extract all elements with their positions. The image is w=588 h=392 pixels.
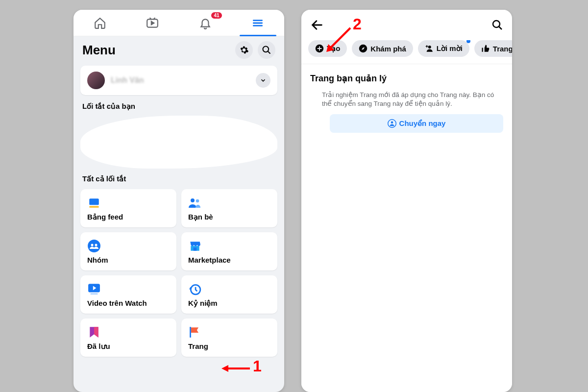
menu-tile-grid: Bảng feed Bạn bè Nhóm Marketplace Video …: [74, 186, 284, 360]
tile-label: Video trên Watch: [87, 299, 170, 307]
chevron-down-icon: [260, 77, 267, 84]
avatar: [87, 72, 105, 89]
watch-icon: [87, 282, 101, 296]
switch-icon: [388, 119, 396, 128]
annotation-2: 2: [353, 15, 362, 33]
thumb-up-icon: [481, 44, 490, 53]
tile-label: Đã lưu: [87, 342, 170, 351]
tab-watch[interactable]: [126, 10, 179, 36]
phone-screen-menu: 41 Menu Linh Vân Lối tắt của bạn Tất cả …: [74, 10, 284, 392]
feed-icon: [87, 196, 101, 210]
search-icon: [491, 19, 503, 31]
annotation-1: 1: [253, 357, 262, 375]
profile-expand[interactable]: [256, 73, 270, 88]
svg-rect-10: [194, 247, 197, 251]
chip-label: Khám phá: [370, 45, 406, 53]
chip-label: Trang đã t: [493, 45, 512, 53]
chip-discover[interactable]: Khám phá: [352, 40, 413, 57]
tile-label: Bạn bè: [188, 213, 270, 221]
tile-groups[interactable]: Nhóm: [80, 232, 176, 270]
groups-icon: [87, 239, 101, 253]
chip-label: Lời mời: [437, 44, 463, 53]
search-button[interactable]: [491, 19, 503, 31]
tile-label: Bảng feed: [87, 213, 170, 221]
tile-label: Kỷ niệm: [188, 299, 270, 308]
page-body: Trang bạn quản lý Trải nghiệm Trang mới …: [301, 64, 512, 392]
tab-menu[interactable]: [232, 10, 285, 36]
info-row: Trải nghiệm Trang mới đã áp dụng cho Tra…: [322, 91, 503, 108]
svg-point-6: [88, 240, 100, 252]
section-heading: Trang bạn quản lý: [310, 73, 503, 84]
svg-point-1: [263, 47, 269, 52]
friends-icon: [188, 196, 202, 210]
chip-invites[interactable]: Lời mời: [418, 40, 469, 57]
svg-point-8: [95, 244, 98, 246]
notifications-badge: 41: [211, 12, 221, 19]
phone-screen-pages: Tạo Khám phá Lời mời Trang đã t Trang bạ…: [301, 10, 512, 392]
compass-icon: [359, 44, 368, 53]
arrow-left-icon: [310, 18, 324, 32]
back-button[interactable]: [310, 18, 324, 32]
tile-feed[interactable]: Bảng feed: [80, 189, 176, 227]
svg-point-15: [493, 21, 500, 27]
tile-marketplace[interactable]: Marketplace: [181, 232, 277, 270]
memories-icon: [188, 282, 202, 296]
saved-icon: [87, 325, 101, 339]
search-icon: [262, 45, 271, 55]
tile-watch[interactable]: Video trên Watch: [80, 275, 176, 314]
person-plus-icon: [425, 44, 434, 53]
chip-liked-pages[interactable]: Trang đã t: [474, 40, 512, 57]
shortcuts-redacted: [80, 116, 277, 169]
svg-point-5: [196, 199, 199, 203]
menu-header: Menu: [74, 36, 284, 63]
switch-now-button[interactable]: Chuyển ngay: [330, 114, 503, 133]
svg-point-7: [91, 244, 94, 246]
page-title: Menu: [82, 43, 116, 58]
settings-button[interactable]: [235, 41, 253, 59]
svg-rect-12: [90, 294, 98, 294]
pages-icon: [188, 325, 202, 339]
cta-label: Chuyển ngay: [399, 119, 446, 128]
tab-notifications[interactable]: 41: [179, 10, 232, 36]
tab-home[interactable]: [74, 10, 126, 36]
profile-card[interactable]: Linh Vân: [80, 66, 277, 95]
annotation-arrow-2: [323, 25, 353, 55]
tile-label: Nhóm: [87, 256, 170, 264]
svg-rect-2: [89, 198, 99, 205]
plus-circle-icon: [315, 44, 324, 53]
tile-label: Marketplace: [188, 256, 270, 264]
tile-friends[interactable]: Bạn bè: [181, 189, 277, 227]
info-text: Trải nghiệm Trang mới đã áp dụng cho Tra…: [322, 91, 503, 108]
shortcuts-label: Lối tắt của bạn: [74, 101, 284, 114]
svg-point-20: [391, 122, 393, 124]
annotation-arrow-1: [220, 363, 251, 374]
svg-point-4: [191, 198, 195, 202]
marketplace-icon: [188, 239, 202, 253]
notification-dot: [466, 40, 470, 43]
tile-saved[interactable]: Đã lưu: [80, 318, 176, 357]
main-tabs: 41: [74, 10, 284, 36]
profile-name: Linh Vân: [111, 76, 144, 85]
tile-label: Trang: [188, 342, 270, 350]
svg-point-18: [428, 46, 431, 49]
search-button[interactable]: [258, 41, 275, 59]
svg-rect-14: [190, 327, 191, 338]
tile-memories[interactable]: Kỷ niệm: [181, 275, 277, 314]
svg-rect-3: [89, 206, 99, 208]
gear-icon: [239, 45, 249, 55]
tile-pages[interactable]: Trang: [181, 318, 277, 357]
all-shortcuts-label: Tất cả lối tắt: [74, 173, 284, 186]
